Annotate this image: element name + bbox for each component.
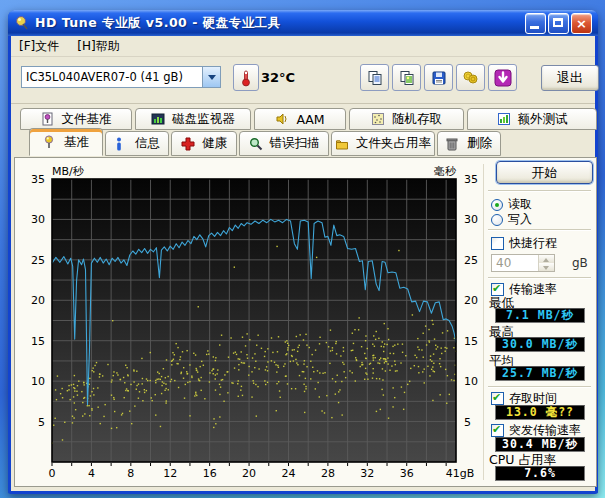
svg-text:20: 20 [242,467,256,480]
drive-selector[interactable]: IC35L040AVER07-0 (41 gB) [21,66,221,88]
window-title: HD Tune 专业版 v5.00 - 硬盘专业工具 [35,15,525,32]
tab-folder-usage[interactable]: 文件夹占用率 [331,131,435,156]
svg-text:25: 25 [31,254,45,267]
copy-image-icon [399,70,415,86]
svg-text:15: 15 [464,335,478,348]
short-stroke-value: 40 [492,256,538,270]
max-value-display: 30.0 MB/秒 [495,337,585,352]
read-radio[interactable] [491,199,503,211]
tab-label: 信息 [135,135,160,152]
app-pin-icon [14,15,30,31]
write-radio-label: 写入 [508,211,532,228]
folder-icon [335,137,350,151]
svg-text:35: 35 [31,173,45,186]
tab-info[interactable]: 信息 [105,131,169,156]
access-time-display: 13.0 毫?? [495,405,585,420]
menu-file[interactable]: [F]文件 [19,38,59,55]
svg-text:10: 10 [464,375,478,388]
toolbar: IC35L040AVER07-0 (41 gB) 32°C [11,57,595,104]
download-button[interactable] [488,64,517,91]
svg-text:MB/秒: MB/秒 [52,165,85,178]
tab-benchmark[interactable]: 基准 [29,128,103,156]
close-button[interactable]: × [571,13,592,34]
file-benchmark-icon [41,112,56,126]
disk-monitor-icon [151,112,166,126]
temperature-button[interactable] [233,64,259,91]
start-button[interactable]: 开始 [496,161,593,184]
tab-file-benchmark[interactable]: 文件基准 [20,108,132,130]
tab-health[interactable]: 健康 [171,131,237,156]
tab-label: 文件基准 [62,111,112,128]
trash-icon [446,137,461,151]
copy-text-button[interactable] [360,64,389,91]
copy-image-button[interactable] [392,64,421,91]
panel-divider [483,164,484,480]
maximize-button[interactable] [548,13,569,34]
stepper-up-icon[interactable] [539,255,554,263]
minimize-button[interactable] [525,13,546,34]
tab-label: 健康 [202,135,227,152]
svg-text:12: 12 [163,467,177,480]
tab-delete[interactable]: 删除 [437,131,501,156]
short-stroke-unit: gB [572,256,588,270]
access-time-checkbox[interactable] [491,392,504,405]
svg-text:25: 25 [464,254,478,267]
tab-disk-monitor[interactable]: 磁盘监视器 [135,108,251,130]
tab-error-scan[interactable]: 错误扫描 [239,131,329,156]
tab-label: 磁盘监视器 [172,111,235,128]
svg-text:24: 24 [281,467,295,480]
benchmark-chart: 3530252015105353025201510504812162024283… [18,163,478,481]
benchmark-pin-icon [43,135,58,149]
save-icon [431,70,447,86]
svg-text:0: 0 [49,467,56,480]
speaker-icon [275,112,290,126]
menu-help[interactable]: [H]帮助 [77,38,119,55]
temperature-readout: 32°C [261,70,295,85]
exit-button[interactable]: 退出 [541,65,599,91]
svg-text:5: 5 [38,416,45,429]
tab-label: 基准 [64,134,89,151]
title-bar[interactable]: HD Tune 专业版 v5.00 - 硬盘专业工具 × [8,10,598,36]
tab-label: 随机存取 [392,111,442,128]
separator [488,190,591,192]
tab-row-bottom: 基准 信息 健康 错误扫描 [29,131,501,156]
tab-label: 删除 [467,135,492,152]
svg-text:10: 10 [31,375,45,388]
short-stroke-checkbox[interactable] [491,237,504,250]
download-arrow-icon [494,69,512,87]
short-stroke-stepper[interactable]: 40 [491,254,555,272]
tab-aam[interactable]: AAM [254,108,346,130]
burst-rate-checkbox[interactable] [491,424,504,437]
svg-text:35: 35 [464,173,478,186]
write-radio-row[interactable]: 写入 [491,211,532,228]
copy-text-icon [367,70,383,86]
svg-text:32: 32 [360,467,374,480]
svg-text:28: 28 [321,467,335,480]
svg-text:15: 15 [31,335,45,348]
thermometer-icon [239,69,253,87]
donate-button[interactable] [456,64,485,91]
svg-text:20: 20 [31,294,45,307]
control-panel: 开始 读取 写入 快捷行程 40 [483,158,596,486]
save-button[interactable] [424,64,453,91]
svg-text:8: 8 [127,467,134,480]
tab-label: 文件夹占用率 [356,135,431,152]
write-radio[interactable] [491,214,503,226]
chevron-down-icon[interactable] [202,67,220,87]
svg-text:20: 20 [464,294,478,307]
health-cross-icon [181,137,196,151]
stepper-arrows[interactable] [538,255,554,271]
stepper-down-icon[interactable] [539,263,554,271]
burst-rate-display: 30.4 MB/秒 [495,437,585,452]
tab-random-access[interactable]: 随机存取 [349,108,464,130]
separator [488,386,591,388]
svg-text:5: 5 [464,416,471,429]
separator [488,277,591,279]
tab-extra-tests[interactable]: 额外测试 [467,108,597,130]
short-stroke-row[interactable]: 快捷行程 [491,235,557,252]
random-access-icon [371,112,386,126]
menu-bar: [F]文件 [H]帮助 [11,36,595,57]
svg-text:16: 16 [203,467,217,480]
short-stroke-label: 快捷行程 [509,235,557,252]
window-controls: × [525,13,592,34]
